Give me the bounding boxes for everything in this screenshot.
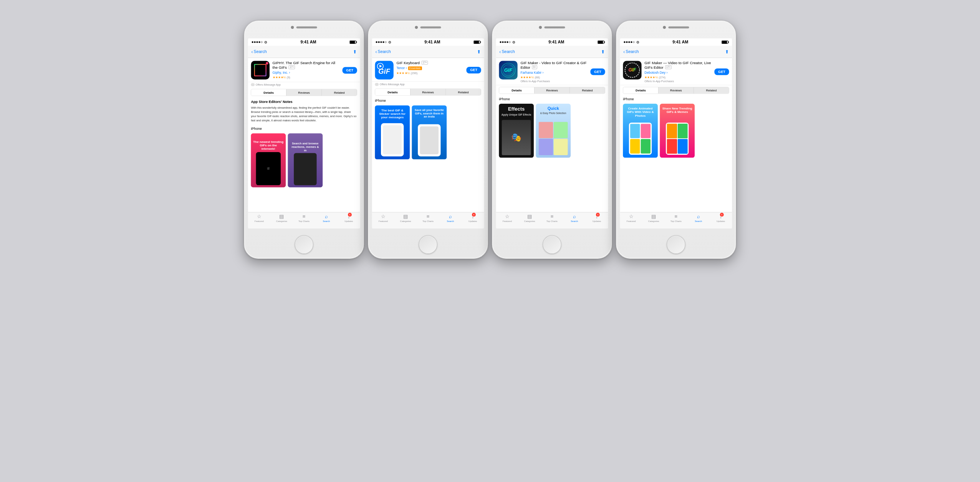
svg-text:GIF: GIF xyxy=(629,67,637,72)
tab-label-top-charts: Top Charts xyxy=(546,220,558,222)
get-button[interactable]: GET xyxy=(466,66,481,73)
stars: ★★★★½ xyxy=(520,76,533,79)
tab-item-search[interactable]: ⌕Search xyxy=(439,214,462,222)
tab-item-top-charts[interactable]: ≡Top Charts xyxy=(665,214,687,222)
tab-item-top-charts[interactable]: ≡Top Charts xyxy=(541,214,563,222)
seg-item-details[interactable]: Details xyxy=(251,89,286,96)
app-developer[interactable]: Debotosh Dey › xyxy=(644,71,711,75)
seg-item-related[interactable]: Related xyxy=(445,89,481,95)
section-iphone-label: iPhone xyxy=(372,97,484,103)
tab-icon-featured: ☆ xyxy=(257,214,262,219)
nav-bar: ‹Search⬆ xyxy=(372,46,484,58)
tab-item-search[interactable]: ⌕Search xyxy=(315,214,338,222)
seg-item-related[interactable]: Related xyxy=(694,87,729,93)
back-button[interactable]: ‹Search xyxy=(375,49,391,54)
tab-item-featured[interactable]: ☆Featured xyxy=(248,214,270,222)
seg-item-reviews[interactable]: Reviews xyxy=(410,89,445,95)
tab-item-updates[interactable]: ↓5Updates xyxy=(586,214,608,222)
content-area: iPhoneEffectsApply Unique GIF Effects🎭Qu… xyxy=(496,95,608,212)
tab-icon-search: ⌕ xyxy=(697,214,700,219)
app-icon: GiF xyxy=(375,61,394,80)
home-button[interactable] xyxy=(543,235,561,254)
tab-item-updates[interactable]: ↓5Updates xyxy=(338,214,360,222)
back-label: Search xyxy=(502,49,515,54)
home-button[interactable] xyxy=(295,235,313,254)
share-button[interactable]: ⬆ xyxy=(725,49,729,54)
app-rating: ★★★★½(88) xyxy=(520,76,587,79)
app-icon: GIF xyxy=(623,61,642,80)
status-bar: ⊙9:41 AM xyxy=(496,38,608,45)
seg-item-reviews[interactable]: Reviews xyxy=(534,87,569,93)
tab-label-featured: Featured xyxy=(255,220,264,222)
age-badge: 9+ xyxy=(532,65,537,69)
app-developer[interactable]: Tenor ›Essentials xyxy=(396,66,463,70)
speaker-grille xyxy=(296,26,317,28)
wifi-icon: ⊙ xyxy=(636,40,639,44)
tab-item-featured[interactable]: ☆Featured xyxy=(372,214,394,222)
app-developer[interactable]: Farhana Kabir › xyxy=(520,71,587,75)
tab-label-search: Search xyxy=(447,220,454,222)
tab-icon-search: ⌕ xyxy=(573,214,576,219)
stars: ★★★★½ xyxy=(273,76,286,79)
tab-item-featured[interactable]: ☆Featured xyxy=(620,214,642,222)
back-button[interactable]: ‹Search xyxy=(499,49,515,54)
age-badge: 17+ xyxy=(665,65,671,69)
tab-item-categories[interactable]: ▤Categories xyxy=(394,214,417,222)
app-info: GIPHY. The GIF Search Engine for All the… xyxy=(248,58,360,82)
get-button[interactable]: GET xyxy=(590,68,605,75)
nav-bar: ‹Search⬆ xyxy=(620,46,732,58)
seg-item-details[interactable]: Details xyxy=(623,87,658,93)
get-button[interactable]: GET xyxy=(714,68,729,75)
age-badge: 17+ xyxy=(422,61,428,65)
tab-item-top-charts[interactable]: ≡Top Charts xyxy=(417,214,439,222)
tab-label-categories: Categories xyxy=(648,220,659,222)
status-bar: ⊙9:41 AM xyxy=(372,38,484,45)
stars: ★★★★½ xyxy=(644,76,657,79)
app-title: GIF Keyboard 17+ xyxy=(396,61,463,66)
tab-item-updates[interactable]: ↓6Updates xyxy=(462,214,484,222)
badge-updates: 5 xyxy=(348,213,352,217)
back-button[interactable]: ‹Search xyxy=(251,49,267,54)
seg-item-details[interactable]: Details xyxy=(499,87,534,93)
phone-phone-3: ⊙9:41 AM‹Search⬆GIFGIF Maker - Video to … xyxy=(492,20,612,259)
tab-item-categories[interactable]: ▤Categories xyxy=(518,214,541,222)
app-title: GIPHY. The GIF Search Engine for All the… xyxy=(273,61,339,70)
iap-text: Offers In-App Purchases xyxy=(644,80,711,83)
tab-item-categories[interactable]: ▤Categories xyxy=(642,214,665,222)
tab-bar: ☆Featured▤Categories≡Top Charts⌕Search↓5… xyxy=(620,212,732,228)
seg-item-related[interactable]: Related xyxy=(321,89,357,96)
age-badge: 17+ xyxy=(289,65,295,69)
segment-control: DetailsReviewsRelated xyxy=(623,87,729,94)
tab-icon-search: ⌕ xyxy=(325,214,328,219)
app-icon: GIF xyxy=(499,61,518,80)
segment-control: DetailsReviewsRelated xyxy=(251,89,357,96)
battery-icon xyxy=(598,40,604,44)
seg-item-reviews[interactable]: Reviews xyxy=(658,87,694,93)
tab-icon-featured: ☆ xyxy=(629,214,634,219)
get-button[interactable]: GET xyxy=(343,67,357,73)
back-label: Search xyxy=(254,49,267,54)
tab-label-top-charts: Top Charts xyxy=(422,220,434,222)
tab-icon-top-charts: ≡ xyxy=(427,214,430,219)
tab-item-top-charts[interactable]: ≡Top Charts xyxy=(293,214,315,222)
home-button[interactable] xyxy=(667,235,685,254)
rating-count: (88) xyxy=(535,76,540,79)
tab-item-featured[interactable]: ☆Featured xyxy=(496,214,518,222)
tab-item-updates[interactable]: ↓5Updates xyxy=(710,214,732,222)
home-button[interactable] xyxy=(419,235,437,254)
share-button[interactable]: ⬆ xyxy=(601,49,605,54)
back-arrow-icon: ‹ xyxy=(623,49,625,54)
seg-item-details[interactable]: Details xyxy=(375,89,410,95)
imessage-note: Offers iMessage App xyxy=(372,81,484,87)
tab-item-search[interactable]: ⌕Search xyxy=(563,214,586,222)
share-button[interactable]: ⬆ xyxy=(477,49,481,54)
seg-item-related[interactable]: Related xyxy=(569,87,605,93)
app-developer[interactable]: Giphy, Inc. › xyxy=(273,71,339,75)
seg-item-reviews[interactable]: Reviews xyxy=(286,89,321,96)
editors-title: App Store Editors' Notes xyxy=(251,100,357,104)
badge-updates: 5 xyxy=(596,213,600,217)
share-button[interactable]: ⬆ xyxy=(353,49,357,54)
back-button[interactable]: ‹Search xyxy=(623,49,639,54)
tab-item-categories[interactable]: ▤Categories xyxy=(270,214,293,222)
tab-item-search[interactable]: ⌕Search xyxy=(687,214,710,222)
